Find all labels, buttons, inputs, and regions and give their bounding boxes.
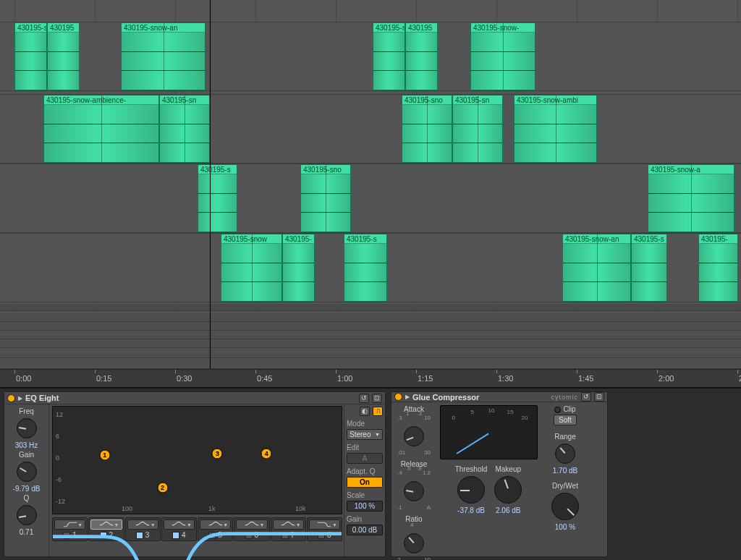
track-lane[interactable]: 430195-snow-ambience-430195-sn430195-sno… bbox=[0, 94, 741, 164]
audio-clip[interactable]: 430195-snow-an bbox=[562, 234, 631, 302]
audio-clip[interactable]: 430195- bbox=[698, 234, 738, 302]
track-lane[interactable]: 430195-snow430195-430195-s430195-snow-an… bbox=[0, 233, 741, 302]
audio-clip[interactable]: 430195 bbox=[47, 22, 80, 90]
eq-global-controls: ◐ ⎍ Mode Stereo▼ Edit A Adapt. Q On Scal… bbox=[344, 404, 385, 556]
eq-band-point[interactable]: 1 bbox=[99, 449, 110, 460]
arrangement-view[interactable]: 430195-s430195430195-snow-an430195-s4301… bbox=[0, 0, 741, 387]
ruler-marker: 0:15 bbox=[96, 374, 111, 383]
track-lane[interactable]: 430195-s430195430195-snow-an430195-s4301… bbox=[0, 22, 741, 91]
eq-y-tick: 6 bbox=[56, 433, 59, 440]
clip-header[interactable]: 430195-s bbox=[373, 23, 405, 33]
clip-header[interactable]: 430195- bbox=[283, 234, 314, 244]
audio-clip[interactable]: 430195-snow-a bbox=[648, 164, 734, 232]
clip-label: Clip bbox=[563, 405, 575, 413]
threshold-knob[interactable] bbox=[457, 476, 485, 504]
audio-clip[interactable]: 430195-s bbox=[344, 234, 387, 302]
audio-clip[interactable]: 430195-s bbox=[14, 22, 47, 90]
scale-value[interactable]: 100 % bbox=[347, 501, 383, 512]
ruler-marker: 1:00 bbox=[337, 374, 352, 383]
freq-label: Freq bbox=[19, 407, 34, 415]
clip-header[interactable]: 430195- bbox=[699, 234, 737, 244]
time-ruler[interactable]: 0:000:150:300:451:001:151:301:452:002:15 bbox=[0, 369, 741, 387]
ruler-marker: 0:45 bbox=[257, 374, 272, 383]
save-preset-icon[interactable]: ⊡ bbox=[594, 392, 604, 402]
makeup-label: Makeup bbox=[495, 465, 521, 473]
device-power-icon[interactable] bbox=[7, 394, 15, 402]
reset-icon[interactable]: ↺ bbox=[359, 394, 369, 403]
eq-band-point[interactable]: 3 bbox=[212, 449, 223, 459]
edit-label: Edit bbox=[347, 444, 383, 451]
edit-ab-toggle[interactable]: A bbox=[347, 453, 383, 464]
audio-clip[interactable]: 430195-sno bbox=[402, 95, 452, 163]
audio-clip[interactable]: 430195-snow-ambience- bbox=[43, 95, 159, 163]
audio-clip[interactable]: 430195- bbox=[282, 234, 315, 302]
eq-band-point[interactable]: 4 bbox=[261, 449, 272, 459]
audio-clip[interactable]: 430195-sn bbox=[159, 95, 210, 163]
triangle-icon[interactable]: ▶ bbox=[18, 395, 22, 402]
gain-value[interactable]: -9.79 dB bbox=[13, 485, 41, 493]
audio-clip[interactable]: 430195-snow-an bbox=[121, 22, 206, 90]
audio-clip[interactable]: 430195-snow- bbox=[470, 22, 535, 90]
clip-header[interactable]: 430195-s bbox=[15, 23, 46, 33]
freq-value[interactable]: 303 Hz bbox=[15, 441, 38, 449]
reset-icon[interactable]: ↺ bbox=[581, 392, 591, 402]
audio-clip[interactable]: 430195-s bbox=[631, 234, 667, 302]
ruler-marker: 0:00 bbox=[16, 374, 31, 383]
eq-graph[interactable]: 1260-6-121001k10k1234 bbox=[52, 406, 342, 514]
band-shape-select[interactable]: ▼ bbox=[90, 519, 122, 530]
soft-clip-button[interactable]: Soft bbox=[554, 415, 577, 425]
clip-header[interactable]: 430195 bbox=[48, 23, 79, 33]
makeup-knob[interactable] bbox=[494, 476, 522, 504]
audio-clip[interactable]: 430195 bbox=[405, 22, 438, 90]
eq-y-tick: 0 bbox=[56, 454, 59, 462]
eq-x-tick: 1k bbox=[208, 505, 216, 512]
q-value[interactable]: 0.71 bbox=[20, 528, 33, 536]
headphone-icon[interactable]: ◐ bbox=[360, 407, 370, 416]
band-shape-select[interactable]: ▼ bbox=[127, 519, 158, 530]
save-preset-icon[interactable]: ⊡ bbox=[372, 394, 382, 403]
band-shape-select[interactable]: ▼ bbox=[54, 519, 85, 530]
q-knob[interactable] bbox=[17, 505, 37, 525]
release-knob[interactable] bbox=[404, 481, 424, 501]
audio-clip[interactable]: 430195-s bbox=[198, 164, 237, 232]
clip-header[interactable]: 430195-s bbox=[344, 234, 386, 244]
audio-clip[interactable]: 430195-snow bbox=[221, 234, 282, 302]
track-lane[interactable]: 430195-s430195-sno430195-snow-a bbox=[0, 164, 741, 233]
ratio-knob[interactable] bbox=[404, 533, 424, 553]
attack-knob[interactable] bbox=[404, 426, 424, 446]
band-shape-select[interactable]: ▼ bbox=[236, 519, 267, 530]
audio-clip[interactable]: 430195-snow-ambi bbox=[514, 95, 597, 163]
gain-knob[interactable] bbox=[17, 462, 37, 482]
triangle-icon[interactable]: ▶ bbox=[405, 394, 410, 400]
band-shape-select[interactable]: ▼ bbox=[164, 519, 195, 530]
ruler-marker: 1:30 bbox=[498, 374, 513, 383]
adaptq-toggle[interactable]: On bbox=[347, 477, 383, 488]
device-glue-compressor: ▶ Glue Compressor cytomic ↺ ⊡ Attack .3 … bbox=[391, 391, 608, 557]
audio-clip[interactable]: 430195-sn bbox=[452, 95, 503, 163]
audio-clip[interactable]: 430195-s bbox=[373, 22, 405, 90]
makeup-value[interactable]: 2.06 dB bbox=[496, 506, 520, 514]
threshold-label: Threshold bbox=[455, 465, 487, 473]
clip-header[interactable]: 430195-s bbox=[632, 234, 666, 244]
band-shape-select[interactable]: ▼ bbox=[200, 519, 231, 530]
freq-knob[interactable] bbox=[17, 418, 37, 438]
playhead[interactable] bbox=[210, 0, 211, 387]
band-shape-select[interactable]: ▼ bbox=[309, 519, 340, 530]
device-power-icon[interactable] bbox=[394, 393, 402, 401]
drywet-value[interactable]: 100 % bbox=[555, 523, 575, 531]
clip-header[interactable]: 430195-s bbox=[198, 165, 237, 174]
ruler-marker: 1:15 bbox=[418, 374, 433, 383]
expand-graph-icon[interactable]: ⎍ bbox=[373, 407, 383, 416]
range-value[interactable]: 1.70 dB bbox=[553, 467, 577, 475]
threshold-value[interactable]: -37.8 dB bbox=[457, 506, 485, 514]
output-gain-label: Gain bbox=[347, 515, 383, 523]
eq-x-tick: 10k bbox=[295, 505, 306, 512]
mode-select[interactable]: Stereo▼ bbox=[347, 429, 383, 440]
drywet-knob[interactable] bbox=[551, 493, 579, 520]
range-knob[interactable] bbox=[555, 444, 575, 464]
audio-clip[interactable]: 430195-sno bbox=[300, 164, 351, 232]
band-shape-select[interactable]: ▼ bbox=[273, 519, 304, 530]
output-gain-value[interactable]: 0.00 dB bbox=[347, 525, 383, 535]
eq-band-point[interactable]: 2 bbox=[157, 483, 168, 493]
clip-header[interactable]: 430195 bbox=[406, 23, 437, 33]
